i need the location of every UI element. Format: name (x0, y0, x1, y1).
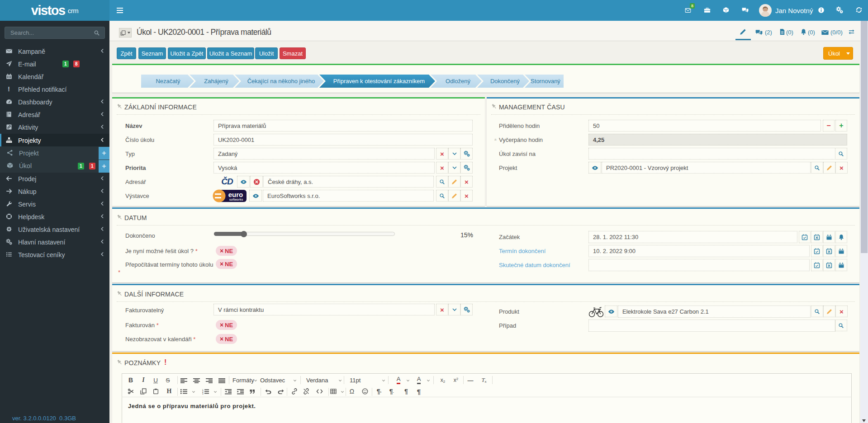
svg-text:softworks: softworks (229, 198, 243, 201)
svg-text:3: 3 (202, 392, 204, 395)
svg-text:ČD: ČD (221, 177, 233, 186)
svg-text:euro: euro (228, 191, 243, 198)
